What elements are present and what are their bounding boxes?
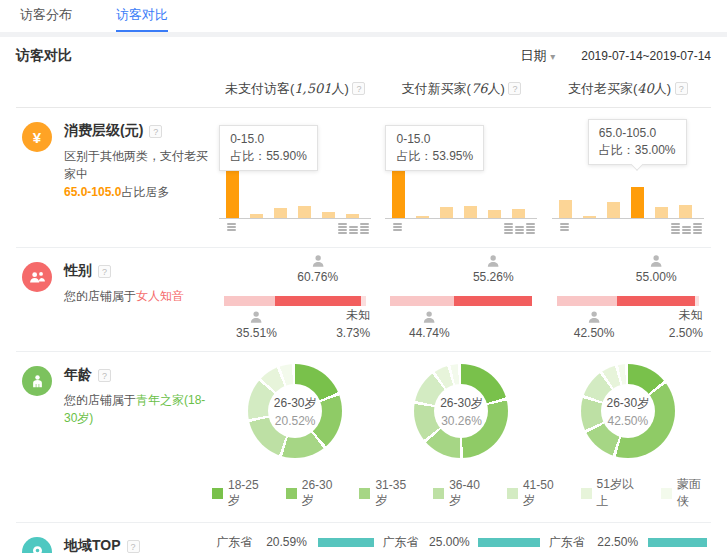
gender-bar bbox=[390, 296, 532, 306]
person-icon bbox=[22, 366, 52, 396]
column-headers: 未支付访客(1,501人) ? 支付新买家(76人) ? 支付老买家(40人) … bbox=[16, 75, 711, 108]
chart-tooltip: 0-15.0占比：55.90% bbox=[219, 125, 318, 171]
age-donut-chart: 26-30岁 30.26% bbox=[414, 364, 508, 458]
gender-bar bbox=[557, 296, 699, 306]
spend-axis-icons bbox=[552, 223, 704, 237]
coin-icon bbox=[227, 223, 236, 231]
chart-tooltip: 0-15.0占比：53.95% bbox=[385, 125, 484, 171]
section-title: 性别 bbox=[64, 262, 92, 280]
coins-icon bbox=[504, 223, 535, 234]
consume-bar-chart: 0-15.0占比：53.95% bbox=[385, 117, 537, 239]
female-icon bbox=[636, 254, 677, 269]
chart-tooltip: 65.0-105.0占比：35.00% bbox=[588, 119, 687, 165]
male-icon bbox=[409, 310, 450, 325]
legend-item: 41-50岁 bbox=[507, 476, 564, 510]
coin-icon bbox=[560, 223, 569, 231]
consume-bar-chart: 65.0-105.0占比：35.00% bbox=[552, 117, 704, 239]
help-icon[interactable]: ? bbox=[508, 82, 521, 95]
male-stat: 35.51% bbox=[236, 310, 277, 340]
help-icon[interactable]: ? bbox=[352, 82, 365, 95]
spend-axis-icons bbox=[219, 223, 371, 237]
gender-people-icon bbox=[22, 262, 52, 292]
help-icon[interactable]: ? bbox=[98, 265, 111, 278]
region-row: 广东省 25.00% bbox=[382, 531, 540, 553]
page-title: 访客对比 bbox=[16, 47, 72, 65]
section-title: 年龄 bbox=[64, 366, 92, 384]
region-list: 广东省 25.00% 浙江省 11.84% bbox=[382, 523, 540, 553]
gender-chart: 55.00% 42.50% 未知2.50% bbox=[557, 254, 699, 346]
age-legend: 18-25岁 26-30岁 31-35岁 36-40岁 41-50岁 51岁以上… bbox=[212, 462, 711, 522]
date-type-dropdown[interactable]: 日期 ▾ bbox=[521, 47, 556, 65]
yen-icon: ¥ bbox=[22, 122, 52, 152]
female-stat: 60.76% bbox=[297, 254, 338, 284]
coins-icon bbox=[671, 223, 702, 234]
male-stat: 42.50% bbox=[574, 310, 615, 340]
tab-visitor-compare[interactable]: 访客对比 bbox=[116, 0, 168, 32]
help-icon[interactable]: ? bbox=[149, 125, 162, 138]
male-icon bbox=[236, 310, 277, 325]
section-region-top: 地域TOP ? 您的访客聚集在广东省 广东省 20.59% 浙江省 11.06% bbox=[16, 523, 711, 553]
location-pin-icon bbox=[22, 537, 52, 553]
gender-chart: 55.26% 44.74% 未知 bbox=[390, 254, 532, 346]
region-row: 广东省 20.59% bbox=[216, 531, 374, 553]
male-icon bbox=[574, 310, 615, 325]
male-stat: 44.74% bbox=[409, 310, 450, 340]
page-header: 访客对比 日期 ▾ 2019-07-14~2019-07-14 bbox=[16, 37, 711, 75]
region-row: 广东省 22.50% bbox=[549, 531, 707, 553]
section-desc: 您的店铺属于女人知音 bbox=[64, 287, 184, 305]
coin-icon bbox=[393, 223, 402, 231]
col-head-old-buyers: 支付老买家(40人) ? bbox=[545, 75, 711, 107]
female-stat: 55.26% bbox=[473, 254, 514, 284]
legend-item: 蒙面侠 bbox=[661, 476, 711, 510]
unknown-stat: 未知2.50% bbox=[669, 306, 703, 342]
legend-item: 31-35岁 bbox=[359, 476, 416, 510]
coins-icon bbox=[338, 223, 369, 234]
legend-item: 51岁以上 bbox=[581, 476, 644, 510]
female-stat: 55.00% bbox=[636, 254, 677, 284]
top-tabbar: 访客分布 访客对比 bbox=[0, 0, 727, 32]
age-donut-chart: 26-30岁 42.50% bbox=[581, 364, 675, 458]
date-range-picker[interactable]: 2019-07-14~2019-07-14 bbox=[581, 49, 711, 63]
col-head-new-buyers: 支付新买家(76人) ? bbox=[378, 75, 544, 107]
region-list: 广东省 22.50% 福建省 12.50% bbox=[549, 523, 707, 553]
age-donut-chart: 26-30岁 20.52% bbox=[248, 364, 342, 458]
female-icon bbox=[297, 254, 338, 269]
section-desc: 您的店铺属于青年之家(18-30岁) bbox=[64, 391, 212, 427]
female-icon bbox=[473, 254, 514, 269]
chevron-down-icon: ▾ bbox=[550, 51, 555, 62]
help-icon[interactable]: ? bbox=[127, 540, 140, 553]
unknown-stat: 未知3.73% bbox=[336, 306, 370, 342]
tab-visitor-distribution[interactable]: 访客分布 bbox=[20, 0, 72, 32]
spend-axis-icons bbox=[385, 223, 537, 237]
help-icon[interactable]: ? bbox=[98, 369, 111, 382]
section-title: 消费层级(元) bbox=[64, 122, 143, 140]
legend-item: 26-30岁 bbox=[286, 476, 343, 510]
section-age: 年龄 ? 您的店铺属于青年之家(18-30岁) 26-30岁 20.52% 26… bbox=[16, 352, 711, 523]
legend-item: 36-40岁 bbox=[433, 476, 490, 510]
legend-item: 18-25岁 bbox=[212, 476, 269, 510]
col-head-unpaid: 未支付访客(1,501人) ? bbox=[212, 75, 378, 107]
section-gender: 性别 ? 您的店铺属于女人知音 60.76% 35.51% 未知3.7 bbox=[16, 248, 711, 352]
section-title: 地域TOP bbox=[64, 537, 121, 553]
section-consume-level: ¥ 消费层级(元) ? 区别于其他两类，支付老买家中 65.0-105.0占比居… bbox=[16, 108, 711, 248]
help-icon[interactable]: ? bbox=[675, 82, 688, 95]
region-list: 广东省 20.59% 浙江省 11.06% bbox=[216, 523, 374, 553]
gender-chart: 60.76% 35.51% 未知3.73% bbox=[224, 254, 366, 346]
section-desc: 区别于其他两类，支付老买家中 65.0-105.0占比居多 bbox=[64, 147, 212, 201]
gender-bar bbox=[224, 296, 366, 306]
consume-bar-chart: 0-15.0占比：55.90% bbox=[219, 117, 371, 239]
